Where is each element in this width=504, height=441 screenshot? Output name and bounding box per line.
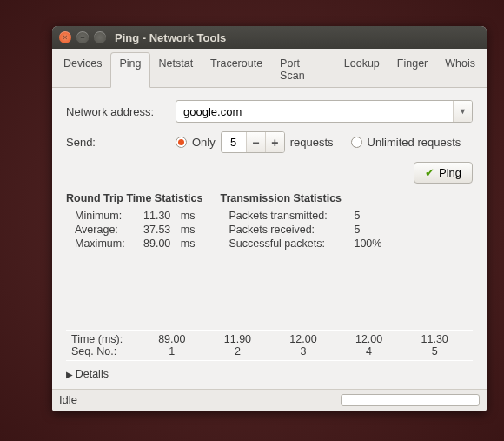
results-table: Time (ms): Seq. No.: 89.001 11.902 12.00… bbox=[71, 333, 468, 357]
radio-only[interactable] bbox=[176, 137, 187, 148]
result-col: 11.305 bbox=[401, 333, 468, 357]
stats-area: Round Trip Time Statistics Minimum:11.30… bbox=[66, 192, 473, 251]
rtt-max-label: Maximum: bbox=[75, 237, 140, 250]
result-seq: 5 bbox=[401, 345, 468, 357]
tab-whois[interactable]: Whois bbox=[436, 52, 484, 88]
ping-panel: Network address: ▼ Send: Only − + reques… bbox=[52, 88, 487, 389]
count-increment[interactable]: + bbox=[265, 132, 284, 152]
titlebar: × – Ping - Network Tools bbox=[52, 26, 487, 49]
details-expander[interactable]: ▶ Details bbox=[66, 368, 473, 380]
maximize-icon[interactable] bbox=[94, 31, 106, 43]
address-input[interactable] bbox=[176, 105, 453, 118]
result-col: 12.004 bbox=[336, 333, 402, 357]
tab-lookup[interactable]: Lookup bbox=[335, 52, 388, 88]
result-col: 11.902 bbox=[205, 333, 271, 357]
ping-button-label: Ping bbox=[439, 166, 461, 179]
rtt-avg-label: Average: bbox=[75, 224, 140, 236]
address-label: Network address: bbox=[66, 105, 170, 118]
result-time: 89.00 bbox=[139, 333, 205, 345]
count-input[interactable] bbox=[222, 136, 246, 149]
tab-finger[interactable]: Finger bbox=[388, 52, 436, 88]
tab-traceroute[interactable]: Traceroute bbox=[202, 52, 271, 88]
rtt-avg-unit: ms bbox=[181, 224, 196, 236]
triangle-right-icon: ▶ bbox=[66, 370, 73, 379]
result-time: 12.00 bbox=[336, 333, 402, 345]
result-col: 89.001 bbox=[139, 333, 205, 357]
divider bbox=[66, 330, 473, 331]
trans-heading: Transmission Statistics bbox=[220, 192, 381, 204]
minimize-icon[interactable]: – bbox=[76, 31, 89, 43]
result-seq: 2 bbox=[205, 345, 271, 357]
only-label: Only bbox=[192, 136, 216, 149]
address-combo[interactable]: ▼ bbox=[176, 100, 473, 123]
tab-port-scan[interactable]: Port Scan bbox=[271, 52, 335, 88]
result-seq: 3 bbox=[270, 345, 336, 357]
result-time: 11.30 bbox=[401, 333, 468, 345]
rtt-avg-value: 37.53 bbox=[143, 224, 170, 236]
count-spinbox[interactable]: − + bbox=[221, 131, 285, 153]
rtt-max-value: 89.00 bbox=[143, 237, 170, 250]
details-label: Details bbox=[76, 368, 109, 380]
result-seq: 1 bbox=[139, 345, 205, 357]
progress-bar bbox=[341, 394, 480, 406]
ping-button[interactable]: ✔ Ping bbox=[414, 162, 473, 184]
unlimited-label: Unlimited requests bbox=[368, 136, 461, 149]
rtt-max-unit: ms bbox=[181, 237, 196, 250]
rtt-heading: Round Trip Time Statistics bbox=[66, 192, 202, 204]
tx-value: 5 bbox=[354, 210, 360, 222]
ok-label: Successful packets: bbox=[229, 237, 350, 250]
tab-ping[interactable]: Ping bbox=[110, 52, 149, 88]
rtt-min-value: 11.30 bbox=[143, 210, 170, 222]
statusbar: Idle bbox=[52, 389, 487, 411]
result-time: 11.90 bbox=[205, 333, 271, 345]
count-decrement[interactable]: − bbox=[246, 132, 265, 152]
rx-value: 5 bbox=[354, 224, 360, 236]
requests-word: requests bbox=[290, 136, 334, 149]
tab-netstat[interactable]: Netstat bbox=[150, 52, 202, 88]
window-title: Ping - Network Tools bbox=[115, 31, 226, 44]
seq-row-label: Seq. No.: bbox=[71, 345, 139, 357]
tab-devices[interactable]: Devices bbox=[55, 52, 110, 88]
close-icon[interactable]: × bbox=[59, 31, 71, 43]
rtt-min-label: Minimum: bbox=[75, 210, 140, 222]
address-dropdown-button[interactable]: ▼ bbox=[453, 101, 472, 122]
network-tools-window: × – Ping - Network Tools Devices Ping Ne… bbox=[52, 26, 487, 411]
radio-unlimited[interactable] bbox=[351, 137, 362, 148]
time-row-label: Time (ms): bbox=[71, 333, 139, 345]
check-icon: ✔ bbox=[425, 166, 434, 179]
status-text: Idle bbox=[59, 393, 77, 406]
result-seq: 4 bbox=[336, 345, 402, 357]
rx-label: Packets received: bbox=[229, 224, 350, 236]
result-time: 12.00 bbox=[270, 333, 336, 345]
ok-value: 100% bbox=[354, 237, 381, 250]
rtt-min-unit: ms bbox=[181, 210, 196, 222]
tx-label: Packets transmitted: bbox=[229, 210, 350, 222]
result-col: 12.003 bbox=[270, 333, 336, 357]
tabbar: Devices Ping Netstat Traceroute Port Sca… bbox=[52, 49, 487, 88]
send-label: Send: bbox=[66, 136, 170, 149]
chevron-down-icon: ▼ bbox=[459, 107, 467, 116]
divider bbox=[66, 360, 473, 361]
